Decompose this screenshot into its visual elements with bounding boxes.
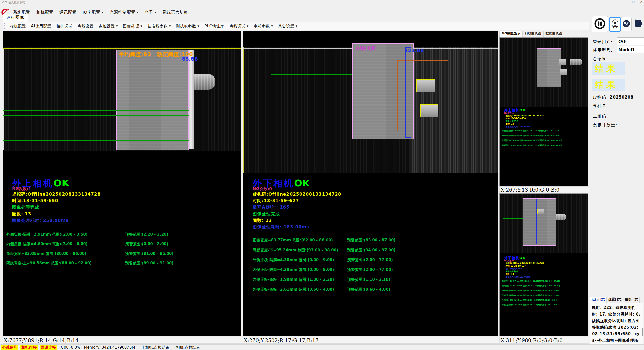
mini-ng-count: NG次数:1 — [504, 112, 514, 114]
preview-tab-bar: NG截图显示 料线曲线图 数据曲线图 — [499, 31, 564, 37]
camera-view-lower[interactable]: AI检测框 123.88 外下相机OK NG次数:0 虚拟码:Offline20… — [243, 31, 498, 336]
toolbar-camera-config[interactable]: 相机配置 — [7, 23, 28, 29]
measurement-row: 内侧正极-隔膜=4.38mm 范围:(0.00 - 9.00)预警范围:(2.0… — [253, 267, 492, 277]
toolbar-offline-settings[interactable]: 离线设置 — [75, 23, 96, 29]
tab-run-log[interactable]: 运行日志 — [590, 297, 606, 303]
window-titlebar: CYS-视觉检测系统 — ▢ ✕ — [0, 0, 644, 4]
toolbar-plc-address[interactable]: PLC地址库 — [202, 23, 227, 29]
minimize-button[interactable]: — — [624, 0, 626, 4]
measurement-row: 负极宽度=83.05mm 范围:(80.00 - 86.00)预警范围:(81.… — [6, 251, 238, 261]
log-panel: 耗时: 222, 缺陷检测耗时: 17, 缺陷分类耗时: 0, 缺陷提取分区耗时… — [590, 303, 643, 344]
electrode-tab — [556, 214, 566, 220]
toolbar-other-settings[interactable]: 其它设置▼ — [276, 23, 300, 29]
toolbar: 相机配置 AI使用配置 相机调试 离线设置 点检设置▼ 图像处理▼ 基准线参数▼… — [3, 22, 642, 30]
toolbar-ai-config[interactable]: AI使用配置 — [28, 23, 54, 29]
current-user-button[interactable] — [609, 17, 621, 32]
tab-error-log[interactable]: 错误日志 — [623, 297, 640, 303]
ai-box-label: AI检测框 — [356, 45, 376, 52]
pause-icon — [594, 17, 606, 31]
user-icon — [611, 19, 619, 30]
pixel-coord-bar-preview-lower: X:311;Y:980;R:0;G:0;B:0 — [499, 337, 589, 344]
result-badge-lower: 结果 — [592, 79, 625, 91]
measurement-row: 隔膜宽度-上=90.56mm 范围:(88.00 - 92.00)预警范围:(8… — [6, 261, 238, 270]
dropdown-arrow-icon: ▼ — [247, 25, 249, 27]
dropdown-arrow-icon: ▼ — [116, 25, 118, 27]
preview-lower[interactable]: 外下相机OK NG次数:0 虚拟码:Offline202502081331347… — [499, 193, 588, 336]
measurement-row: 隔膜宽度-下=95.24mm 范围:(93.00 - 98.00)预警范围:(9… — [253, 248, 492, 258]
measurement-row: 内侧正极-负极=1.90mm 范围:(1.00 - 2.20)预警范围:(1.1… — [253, 277, 492, 287]
toolbar-camera-debug[interactable]: 相机调试 — [54, 23, 75, 29]
electrode-tab — [570, 59, 582, 65]
roll-pin-row: 卷针号: — [593, 104, 608, 109]
ng-count-label: NG次数:0 — [253, 186, 272, 192]
log-scrollbar[interactable] — [642, 328, 643, 336]
page-tab-bar — [0, 13, 644, 21]
toolbar-grip[interactable] — [4, 23, 5, 29]
logout-icon — [633, 18, 644, 30]
toolbar-test-params[interactable]: 测试项参数▼ — [173, 23, 202, 29]
tab-settings-log[interactable]: 设置日志 — [606, 297, 623, 303]
model-label: 使用型号: — [593, 48, 613, 53]
measure-box-blue — [557, 49, 559, 86]
control-sidebar: 登录用户: 使用型号: 总结果: 结果 结果 虚拟码: 20250208 卷针号… — [589, 14, 644, 344]
toolbar-baseline-params[interactable]: 基准线参数▼ — [145, 23, 174, 29]
reference-line-vertical — [514, 194, 514, 253]
pixel-coord-bar-lower: X:270;Y:2502;R:17;G:17;B:17 — [243, 337, 500, 344]
lower-camera-status-text: 下相机:点检结束 — [172, 345, 200, 350]
mini-ng-count: NG次数:0 — [504, 259, 514, 262]
measure-box-blue — [536, 199, 539, 244]
dropdown-arrow-icon: ▼ — [169, 25, 171, 27]
electrode-tab — [194, 74, 215, 90]
pause-button[interactable] — [592, 16, 608, 32]
reference-line-vertical — [522, 47, 522, 107]
reference-line-white — [500, 47, 588, 47]
pixel-coord-bar-upper: X:7677;Y:891;R:14;G:14;B:14 — [3, 337, 243, 344]
login-user-label: 登录用户: — [593, 39, 613, 45]
measure-line — [3, 138, 189, 138]
measure-line — [3, 110, 189, 111]
user-management-button[interactable] — [621, 17, 632, 31]
ng-count-label: NG次数:1 — [12, 186, 31, 192]
measure-box-blue — [405, 47, 411, 138]
total-result-label: 总结果: — [593, 56, 608, 62]
users-icon — [622, 20, 630, 29]
ai-defect-box — [537, 209, 544, 214]
tab-run-image[interactable]: 运行图像 — [3, 14, 28, 22]
model-field[interactable] — [617, 46, 644, 53]
edge-strip — [3, 49, 4, 150]
result-badge-upper: 结果 — [592, 62, 625, 75]
toolbar-char-params[interactable]: 字符参数▼ — [251, 23, 276, 29]
toolbar-image-processing[interactable]: 图像处理▼ — [121, 23, 145, 29]
dropdown-arrow-icon: ▼ — [271, 25, 273, 27]
edge-strip — [189, 50, 194, 149]
mini-measurement-list: 正极宽度=83.77mm 范围:(82.00 - 88.00)预警范围:(83.… — [502, 280, 587, 308]
dropdown-arrow-icon: ▼ — [296, 25, 298, 27]
status-bar: 心跳信号 相机连接 通讯连接 Cpu: 0.0% Memory: 3424.41… — [0, 344, 644, 350]
maximize-button[interactable]: ▢ — [632, 0, 634, 4]
close-button[interactable]: ✕ — [640, 0, 642, 4]
logout-button[interactable] — [633, 17, 644, 31]
toolbar-offline-debug[interactable]: 离线调试▼ — [227, 23, 251, 29]
upper-camera-status-text: 上相机:点检结束 — [141, 345, 169, 350]
edge-strip — [500, 194, 500, 253]
divider — [2, 30, 642, 30]
negative-tab-count-row: 负极耳数量: — [593, 122, 617, 128]
mini-measurement-list: 外侧负极-隔膜=2.91mm 范围:(2.00 - 3.50)预警范围:(2.2… — [502, 130, 587, 149]
memory-usage-text: Memory: 3424.41796875M — [84, 345, 135, 350]
camera-info-block: 虚拟码:Offline20250208133134728 时间:13-31-59… — [12, 192, 101, 223]
tab-line-curve[interactable]: 料线曲线图 — [523, 31, 543, 37]
measure-line — [243, 86, 330, 86]
virtual-code-row: 虚拟码: 20250208 — [593, 95, 633, 100]
measurement-row: 外侧正极-负极=2.61mm 范围:(0.60 - 4.00)预警范围:(0.6… — [253, 287, 492, 297]
tab-ng-screenshot[interactable]: NG截图显示 — [499, 31, 523, 37]
preview-upper[interactable]: 外上相机OK NG次数:1 虚拟码:Offline202502081331347… — [499, 37, 588, 186]
reference-line-yellow — [3, 48, 241, 49]
ai-defect-box — [560, 69, 567, 75]
measure-line — [3, 113, 189, 113]
camera-view-upper[interactable]: 平均阈值:93，动态阈值:100 85.88 外上相机OK NG次数:1 虚拟码… — [3, 31, 241, 336]
tab-data-curve[interactable]: 数据曲线图 — [543, 31, 564, 37]
toolbar-spot-check[interactable]: 点检设置▼ — [96, 23, 121, 29]
measure-line — [3, 140, 189, 141]
login-user-field[interactable] — [617, 37, 644, 45]
window-title: CYS-视觉检测系统 — [2, 1, 25, 4]
